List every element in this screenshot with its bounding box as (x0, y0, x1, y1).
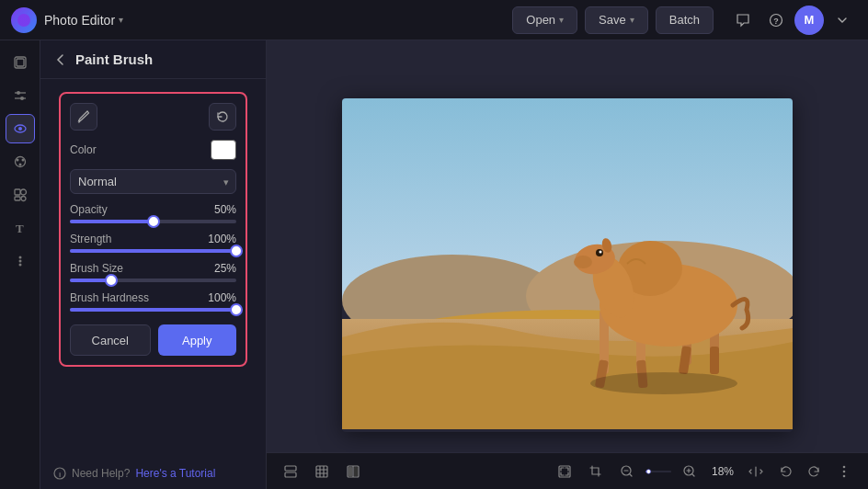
layers-icon-button[interactable] (6, 48, 35, 77)
brush-size-slider-row: Brush Size 25% (70, 262, 236, 282)
save-label: Save (599, 13, 626, 27)
opacity-slider-track[interactable] (70, 220, 236, 223)
redo-button[interactable] (802, 459, 828, 484)
zoom-slider-button[interactable] (645, 459, 671, 484)
svg-rect-4 (17, 59, 24, 66)
more-menu-button[interactable] (828, 6, 857, 35)
svg-point-42 (574, 256, 592, 268)
more-options-button[interactable] (831, 459, 857, 484)
opacity-value: 50% (214, 203, 236, 216)
eye-icon-button[interactable] (6, 114, 35, 143)
zoom-out-button[interactable] (614, 459, 640, 484)
effects-icon-button[interactable] (6, 147, 35, 176)
brush-hardness-slider-row: Brush Hardness 100% (70, 291, 236, 312)
app-title[interactable]: Photo Editor ▾ (44, 13, 123, 28)
canvas-image[interactable] (342, 98, 793, 429)
apply-button[interactable]: Apply (158, 324, 237, 356)
svg-rect-37 (710, 347, 719, 374)
shapes-icon-button[interactable] (6, 180, 35, 210)
svg-point-10 (18, 127, 22, 131)
brush-size-slider-track[interactable] (70, 279, 236, 282)
bottom-right-actions (743, 459, 857, 484)
brush-hardness-slider-fill (70, 308, 236, 312)
text-icon-button[interactable]: T (6, 213, 35, 243)
topbar: Photo Editor ▾ Open ▾ Save ▾ Batch ? M (0, 0, 868, 40)
undo-button[interactable] (772, 459, 798, 484)
help-icon-button[interactable]: ? (761, 6, 791, 35)
app-title-text: Photo Editor (44, 13, 115, 28)
color-label: Color (70, 143, 97, 156)
svg-point-8 (20, 97, 24, 100)
svg-point-14 (18, 164, 21, 166)
grid-view-button[interactable] (309, 459, 335, 484)
svg-text:T: T (16, 222, 24, 235)
svg-rect-49 (316, 466, 327, 477)
panel-header: Paint Brush (40, 40, 266, 79)
svg-point-20 (18, 256, 21, 259)
brush-hardness-label: Brush Hardness (70, 291, 149, 304)
zoom-controls: 18% (552, 459, 737, 484)
layer-view-button[interactable] (278, 459, 303, 484)
save-button[interactable]: Save ▾ (585, 6, 648, 34)
svg-rect-17 (15, 197, 20, 200)
fit-to-window-button[interactable] (552, 459, 577, 484)
strength-slider-track[interactable] (70, 249, 236, 253)
strength-label: Strength (70, 233, 111, 245)
brush-reset-button[interactable] (209, 103, 236, 131)
help-tutorial-link[interactable]: Here's a Tutorial (135, 467, 215, 480)
avatar-letter: M (805, 13, 815, 27)
blend-mode-select-wrapper[interactable]: Normal Multiply Screen Overlay (70, 169, 236, 194)
title-chevron-icon: ▾ (119, 15, 123, 25)
color-swatch[interactable] (211, 140, 236, 160)
brush-type-button[interactable] (70, 103, 97, 131)
blend-mode-select[interactable]: Normal Multiply Screen Overlay (70, 169, 236, 194)
svg-rect-15 (15, 189, 20, 195)
crop-button[interactable] (583, 459, 609, 484)
svg-point-18 (21, 197, 26, 201)
opacity-slider-thumb[interactable] (147, 215, 160, 228)
adjustments-icon-button[interactable] (6, 81, 35, 110)
panel-back-button[interactable] (53, 52, 68, 67)
open-chevron-icon: ▾ (559, 15, 564, 25)
bottom-left-tools (278, 459, 366, 484)
save-chevron-icon: ▾ (630, 15, 634, 25)
opacity-label: Opacity (70, 203, 108, 216)
svg-rect-47 (285, 466, 296, 471)
batch-button[interactable]: Batch (656, 6, 714, 34)
brush-hardness-value: 100% (208, 291, 236, 304)
split-view-button[interactable] (340, 459, 366, 484)
brush-hardness-slider-thumb[interactable] (230, 303, 243, 316)
svg-point-60 (843, 470, 846, 472)
open-button[interactable]: Open ▾ (512, 6, 577, 34)
opacity-slider-row: Opacity 50% (70, 203, 236, 223)
chat-icon-button[interactable] (728, 6, 758, 35)
help-text: Need Help? (72, 467, 130, 480)
brush-size-slider-thumb[interactable] (105, 274, 118, 287)
brush-action-buttons: Cancel Apply (70, 324, 236, 356)
canvas-image-wrapper (342, 98, 793, 432)
help-bar: i Need Help? Here's a Tutorial (40, 458, 266, 489)
svg-text:i: i (59, 471, 61, 479)
strength-slider-thumb[interactable] (230, 244, 243, 257)
color-row: Color (70, 140, 236, 160)
brush-size-value: 25% (214, 262, 236, 275)
brush-hardness-slider-track[interactable] (70, 308, 236, 312)
svg-point-22 (18, 264, 21, 267)
svg-point-61 (843, 474, 846, 477)
svg-rect-52 (354, 467, 358, 476)
icon-bar: T (0, 40, 40, 489)
strength-value: 100% (208, 233, 236, 245)
user-avatar[interactable]: M (794, 6, 824, 35)
opacity-slider-fill (70, 220, 154, 223)
open-label: Open (526, 13, 555, 27)
more-tools-icon-button[interactable] (6, 246, 35, 276)
zoom-in-button[interactable] (677, 459, 702, 484)
panel-title: Paint Brush (75, 51, 153, 67)
svg-point-16 (20, 189, 26, 195)
svg-point-21 (18, 260, 21, 263)
brush-type-row (70, 103, 236, 131)
svg-point-59 (843, 465, 846, 468)
cancel-button[interactable]: Cancel (70, 324, 151, 356)
svg-rect-48 (285, 472, 296, 477)
flip-horizontal-button[interactable] (743, 459, 769, 484)
